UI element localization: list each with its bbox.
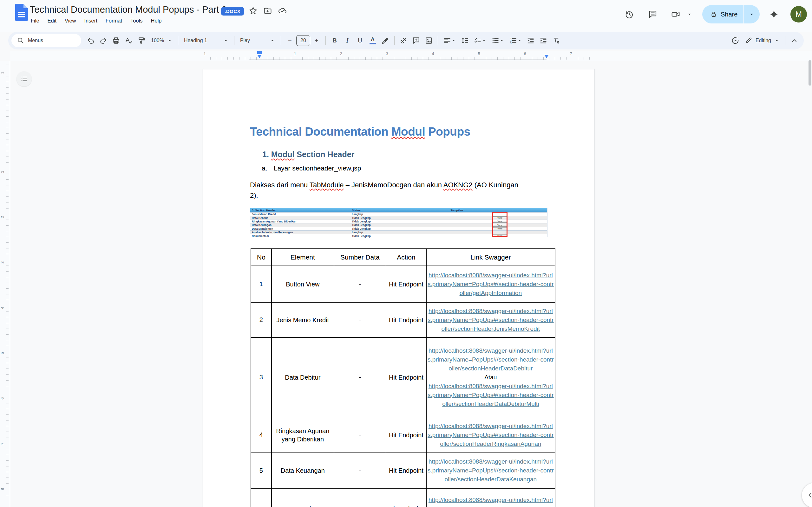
- text-color-button[interactable]: A: [367, 35, 378, 47]
- comments-button[interactable]: [646, 7, 660, 21]
- ruler-number: 4: [432, 51, 434, 56]
- ruler-number: 1: [0, 72, 5, 74]
- doc-heading-title: Technical Documentation Modul Popups: [250, 125, 470, 138]
- swagger-link[interactable]: http://localhost:8088/swagger-ui/index.h…: [426, 457, 555, 484]
- ruler-tick: [6, 242, 9, 243]
- increase-indent-button[interactable]: [538, 35, 549, 47]
- add-comment-button[interactable]: [410, 35, 422, 47]
- text-run: 2).: [250, 191, 258, 199]
- doc-heading-1: 1. Modul Section Header: [262, 150, 354, 159]
- menu-format[interactable]: Format: [101, 15, 126, 26]
- move-folder-button[interactable]: [261, 4, 275, 18]
- ruler-tick: [6, 191, 9, 191]
- chevron-down-icon: [167, 38, 172, 43]
- gemini-button[interactable]: [767, 7, 781, 21]
- bold-button[interactable]: B: [329, 35, 340, 47]
- horizontal-ruler[interactable]: 11234567: [10, 51, 812, 61]
- redo-button[interactable]: [98, 35, 109, 47]
- styles-select[interactable]: Heading 1: [181, 35, 232, 47]
- table-row: 5Data Keuangan-Hit Endpointhttp://localh…: [251, 453, 555, 488]
- ruler-number: 5: [0, 352, 5, 354]
- toolbar-divider: [178, 36, 178, 45]
- table-cell: Data Manajemen: [271, 488, 334, 507]
- share-button[interactable]: Share: [702, 5, 760, 23]
- ruler-tick: [6, 340, 9, 340]
- print-button[interactable]: [110, 35, 122, 47]
- swagger-link[interactable]: http://localhost:8088/swagger-ui/index.h…: [426, 422, 555, 448]
- cloud-saved-icon[interactable]: [275, 4, 289, 18]
- ruler-tick: [348, 57, 349, 60]
- menu-insert[interactable]: Insert: [80, 15, 101, 26]
- numbered-list-button[interactable]: 123: [507, 35, 524, 47]
- ruler-tick: [6, 139, 9, 139]
- right-indent-marker[interactable]: [544, 55, 549, 58]
- text-run: (AO Kuningan: [473, 181, 518, 189]
- ruler-tick: [6, 105, 9, 105]
- swagger-link[interactable]: http://localhost:8088/swagger-ui/index.h…: [426, 382, 555, 408]
- hide-menus-button[interactable]: [789, 35, 800, 47]
- star-button[interactable]: [246, 4, 260, 18]
- swagger-link[interactable]: http://localhost:8088/swagger-ui/index.h…: [426, 307, 555, 333]
- menu-tools[interactable]: Tools: [126, 15, 147, 26]
- video-call-button[interactable]: [669, 7, 682, 21]
- google-docs-icon[interactable]: [15, 4, 28, 21]
- highlight-color-button[interactable]: [380, 35, 391, 47]
- ai-assist-button[interactable]: [729, 35, 741, 47]
- ruler-tick: [6, 231, 9, 231]
- table-cell: Hit Endpoint: [386, 488, 426, 507]
- font-select[interactable]: Play: [237, 35, 278, 47]
- ruler-tick: [509, 57, 509, 60]
- paint-format-button[interactable]: [136, 35, 147, 47]
- font-size-decrease-button[interactable]: −: [284, 35, 296, 47]
- toolbar-divider: [234, 36, 235, 45]
- bulleted-list-button[interactable]: [490, 35, 506, 47]
- account-avatar[interactable]: M: [791, 6, 807, 22]
- underline-button[interactable]: U: [354, 35, 366, 47]
- menus-search-button[interactable]: Menus: [11, 34, 81, 47]
- swagger-link[interactable]: http://localhost:8088/swagger-ui/index.h…: [426, 271, 555, 297]
- insert-image-button[interactable]: [423, 35, 435, 47]
- line-spacing-button[interactable]: [459, 35, 470, 47]
- ruler-tick: [6, 271, 9, 272]
- menu-edit[interactable]: Edit: [44, 15, 61, 26]
- swagger-link[interactable]: http://localhost:8088/swagger-ui/index.h…: [426, 496, 555, 507]
- checklist-button[interactable]: [472, 35, 488, 47]
- zoom-select[interactable]: 100%: [148, 35, 175, 47]
- undo-button[interactable]: [85, 35, 96, 47]
- share-button-main[interactable]: Share: [702, 10, 744, 18]
- left-indent-marker[interactable]: [257, 55, 262, 58]
- ruler-tick: [6, 162, 9, 163]
- video-call-dropdown-icon[interactable]: [682, 7, 697, 21]
- document-canvas: Technical Documentation Modul Popups 1. …: [10, 61, 812, 507]
- swagger-link[interactable]: http://localhost:8088/swagger-ui/index.h…: [426, 346, 555, 373]
- insert-link-button[interactable]: [398, 35, 409, 47]
- ruler-tick: [583, 57, 584, 60]
- scrollbar-thumb[interactable]: [809, 60, 811, 86]
- font-size-increase-button[interactable]: +: [311, 35, 322, 47]
- section-status: Lengkap: [350, 213, 449, 216]
- version-history-button[interactable]: [622, 7, 636, 21]
- spell-check-button[interactable]: [123, 35, 135, 47]
- document-page[interactable]: Technical Documentation Modul Popups 1. …: [203, 69, 595, 507]
- decrease-indent-button[interactable]: [525, 35, 537, 47]
- table-cell: Jenis Memo Kredit: [271, 302, 334, 337]
- editing-mode-select[interactable]: Editing: [742, 35, 782, 47]
- italic-button[interactable]: I: [342, 35, 353, 47]
- show-outline-button[interactable]: [16, 71, 32, 87]
- clear-formatting-button[interactable]: [550, 35, 562, 47]
- menu-help[interactable]: Help: [147, 15, 166, 26]
- align-button[interactable]: [441, 35, 458, 47]
- vertical-ruler[interactable]: 112345678: [0, 61, 10, 507]
- chevron-down-icon: [451, 38, 456, 43]
- document-title[interactable]: Technical Documentation Modul Popups - P…: [30, 4, 227, 15]
- share-dropdown-button[interactable]: [744, 11, 760, 17]
- ruler-tick: [273, 57, 274, 60]
- ruler-text-area-line: [249, 60, 547, 60]
- menu-view[interactable]: View: [61, 15, 80, 26]
- first-line-indent-marker[interactable]: [257, 51, 262, 54]
- table-cell: Data Keuangan: [271, 453, 334, 488]
- ruler-tick: [6, 88, 9, 88]
- link-separator-text: Atau: [426, 373, 555, 382]
- font-size-input[interactable]: 20: [296, 35, 310, 46]
- menu-file[interactable]: File: [27, 15, 44, 26]
